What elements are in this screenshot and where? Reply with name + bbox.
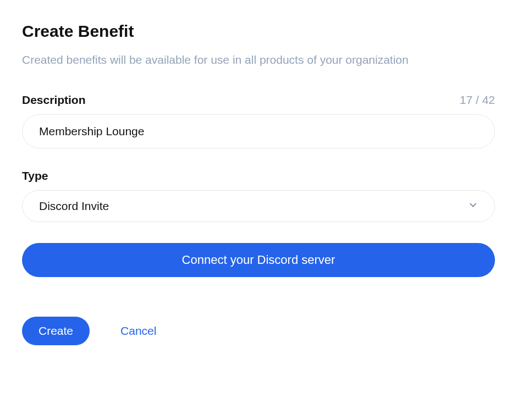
type-label: Type (22, 169, 48, 183)
connect-discord-button[interactable]: Connect your Discord server (22, 243, 495, 277)
create-button[interactable]: Create (22, 317, 90, 345)
type-field-header: Type (22, 169, 495, 183)
type-select[interactable]: Discord Invite (22, 190, 495, 222)
description-field-header: Description 17 / 42 (22, 93, 495, 107)
description-char-count: 17 / 42 (460, 93, 495, 107)
cancel-button[interactable]: Cancel (120, 324, 156, 338)
description-input[interactable] (22, 114, 495, 148)
type-select-wrap[interactable]: Discord Invite (22, 190, 495, 222)
page-title: Create Benefit (22, 22, 495, 41)
description-label: Description (22, 93, 86, 107)
footer-actions: Create Cancel (22, 317, 495, 345)
page-subtitle: Created benefits will be available for u… (22, 51, 495, 69)
